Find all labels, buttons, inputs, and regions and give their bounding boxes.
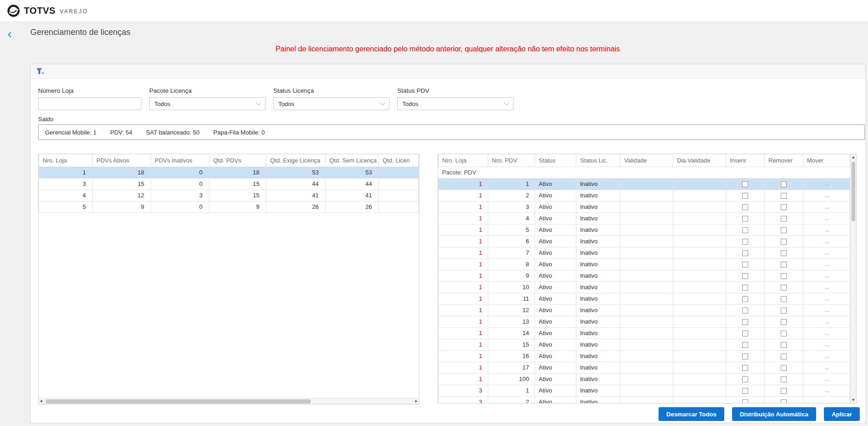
pdv-column-header[interactable]: Validade (620, 154, 673, 167)
desmarcar-todos-button[interactable]: Desmarcar Todos (659, 407, 724, 421)
aplicar-button[interactable]: Aplicar (824, 407, 860, 421)
remover-checkbox[interactable] (781, 388, 787, 394)
pdv-table-row[interactable]: 113AtivoInativo→ (439, 316, 850, 327)
remover-checkbox[interactable] (781, 204, 787, 210)
scroll-right-icon[interactable] (415, 400, 417, 403)
remover-checkbox[interactable] (781, 262, 787, 268)
pdv-column-header[interactable]: Mover (803, 154, 850, 167)
pdv-column-header[interactable]: Dia Validade (673, 154, 726, 167)
stores-table-row[interactable]: 3150154444 (39, 178, 419, 190)
mover-arrow-icon[interactable]: → (823, 283, 830, 291)
mover-arrow-icon[interactable]: → (823, 295, 830, 303)
remover-checkbox[interactable] (781, 331, 787, 336)
mover-arrow-icon[interactable]: → (823, 352, 830, 360)
mover-arrow-icon[interactable]: → (823, 329, 830, 337)
stores-column-header[interactable]: Nro. Loja (39, 154, 93, 167)
remover-checkbox[interactable] (781, 181, 787, 187)
status-pdv-select[interactable]: Todos (397, 97, 513, 110)
remover-checkbox[interactable] (781, 342, 787, 348)
mover-arrow-icon[interactable]: → (823, 180, 830, 188)
remover-checkbox[interactable] (781, 216, 787, 222)
pdv-column-header[interactable]: Nro. Loja (439, 154, 488, 167)
inserir-checkbox[interactable] (742, 342, 748, 348)
stores-column-header[interactable]: PDVs Inativos (151, 154, 209, 167)
pacote-licenca-select[interactable]: Todos (149, 97, 265, 110)
remover-checkbox[interactable] (781, 308, 787, 314)
pdv-table-row[interactable]: 19AtivoInativo→ (439, 270, 850, 281)
stores-table-row[interactable]: 1180185353 (39, 167, 419, 178)
inserir-checkbox[interactable] (742, 285, 748, 291)
inserir-checkbox[interactable] (742, 319, 748, 325)
status-licenca-select[interactable]: Todos (273, 97, 389, 110)
inserir-checkbox[interactable] (742, 250, 748, 256)
pdv-table-row[interactable]: 114AtivoInativo→ (439, 327, 850, 339)
clear-filter-icon[interactable] (36, 68, 45, 75)
scroll-up-icon[interactable] (852, 156, 855, 158)
mover-arrow-icon[interactable]: → (823, 237, 830, 245)
mover-arrow-icon[interactable]: → (823, 272, 830, 280)
mover-arrow-icon[interactable]: → (823, 341, 830, 348)
pdv-table-row[interactable]: 111AtivoInativo→ (439, 293, 850, 304)
pdv-table-row[interactable]: 13AtivoInativo→ (439, 201, 850, 213)
remover-checkbox[interactable] (781, 296, 787, 302)
pdv-table-row[interactable]: 110AtivoInativo→ (439, 281, 850, 293)
numero-loja-input[interactable] (38, 97, 141, 110)
inserir-checkbox[interactable] (742, 273, 748, 279)
inserir-checkbox[interactable] (742, 262, 748, 268)
distribuicao-automatica-button[interactable]: Distribuição Automática (732, 407, 816, 421)
inserir-checkbox[interactable] (742, 296, 748, 302)
inserir-checkbox[interactable] (742, 193, 748, 199)
inserir-checkbox[interactable] (742, 399, 748, 404)
inserir-checkbox[interactable] (742, 353, 748, 359)
stores-column-header[interactable]: PDVs Ativos (93, 154, 151, 167)
remover-checkbox[interactable] (781, 399, 787, 404)
pdv-column-header[interactable]: Remover (765, 154, 803, 167)
inserir-checkbox[interactable] (742, 376, 748, 382)
pdv-table-row[interactable]: 12AtivoInativo→ (439, 190, 850, 201)
mover-arrow-icon[interactable]: → (823, 260, 830, 268)
vertical-scrollbar[interactable] (850, 154, 856, 403)
pdv-table-row[interactable]: 18AtivoInativo→ (439, 258, 850, 270)
pdv-table-row[interactable]: 15AtivoInativo→ (439, 224, 850, 235)
mover-arrow-icon[interactable]: → (823, 226, 830, 234)
back-button[interactable] (9, 31, 13, 38)
pdv-table-row[interactable]: 31AtivoInativo→ (439, 385, 850, 396)
remover-checkbox[interactable] (781, 376, 787, 382)
remover-checkbox[interactable] (781, 365, 787, 371)
mover-arrow-icon[interactable]: → (823, 318, 830, 325)
remover-checkbox[interactable] (781, 250, 787, 256)
pdv-column-header[interactable]: Status (535, 154, 576, 167)
scroll-left-icon[interactable] (40, 400, 42, 403)
mover-arrow-icon[interactable]: → (823, 306, 830, 314)
scroll-down-icon[interactable] (852, 399, 855, 401)
pdv-table-row[interactable]: 32AtivoInativo→ (439, 396, 850, 404)
stores-table-row[interactable]: 4123154141 (39, 190, 419, 201)
horizontal-scrollbar[interactable] (39, 398, 419, 404)
stores-column-header[interactable]: Qtd. PDVs (209, 154, 266, 167)
inserir-checkbox[interactable] (742, 216, 748, 222)
mover-arrow-icon[interactable]: → (823, 375, 830, 383)
pdv-table-row[interactable]: 112AtivoInativo→ (439, 304, 850, 316)
pdv-column-header[interactable]: Status Lic. (576, 154, 620, 167)
pdv-table-row[interactable]: 117AtivoInativo→ (439, 362, 850, 373)
pdv-table-row[interactable]: 17AtivoInativo→ (439, 247, 850, 258)
mover-arrow-icon[interactable]: → (823, 191, 830, 199)
pdv-table-row[interactable]: 1100AtivoInativo→ (439, 373, 850, 385)
mover-arrow-icon[interactable]: → (823, 398, 830, 404)
stores-column-header[interactable]: Qtd. Sem Licença (326, 154, 379, 167)
inserir-checkbox[interactable] (742, 331, 748, 336)
inserir-checkbox[interactable] (742, 365, 748, 371)
pdv-table-row[interactable]: 115AtivoInativo→ (439, 339, 850, 350)
stores-column-header[interactable]: Qtd. Licen (379, 154, 419, 167)
remover-checkbox[interactable] (781, 273, 787, 279)
inserir-checkbox[interactable] (742, 308, 748, 314)
inserir-checkbox[interactable] (742, 388, 748, 394)
vertical-scrollbar-thumb[interactable] (851, 162, 855, 221)
pdv-column-header[interactable]: Nro. PDV (488, 154, 535, 167)
pdv-table-row[interactable]: 16AtivoInativo→ (439, 235, 850, 247)
stores-column-header[interactable]: Qtd. Exige Licença (266, 154, 326, 167)
pdv-column-header[interactable]: Inserir (726, 154, 765, 167)
mover-arrow-icon[interactable]: → (823, 214, 830, 222)
remover-checkbox[interactable] (781, 227, 787, 233)
inserir-checkbox[interactable] (742, 181, 748, 187)
